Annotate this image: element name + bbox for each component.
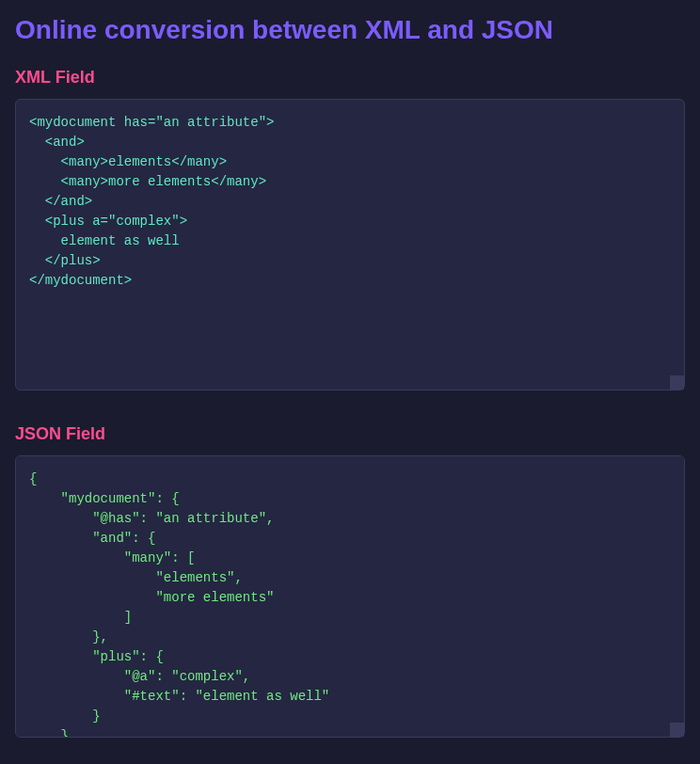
json-input[interactable] [15, 455, 685, 738]
xml-input[interactable] [15, 99, 685, 390]
xml-field-label: XML Field [15, 68, 685, 88]
xml-section: XML Field [15, 68, 685, 417]
json-field-label: JSON Field [15, 424, 685, 444]
json-section: JSON Field [15, 424, 685, 741]
page-title: Online conversion between XML and JSON [15, 15, 685, 45]
